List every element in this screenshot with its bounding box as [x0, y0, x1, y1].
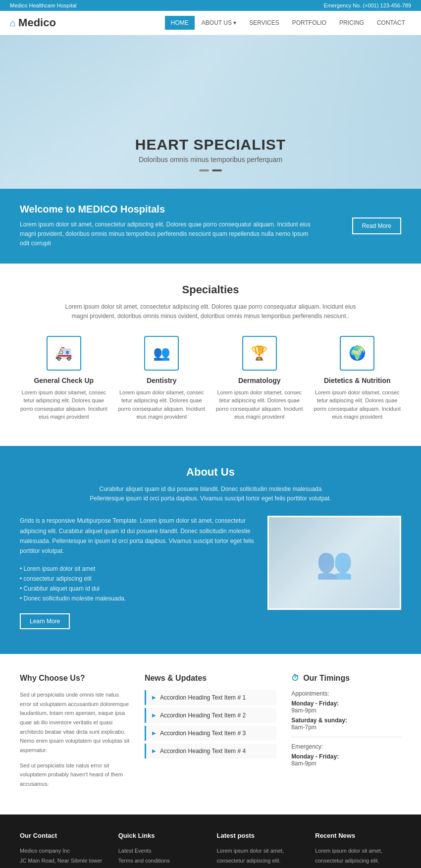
clock-icon: ⏱	[291, 674, 299, 683]
dermatology-title: Dermatology	[215, 377, 304, 384]
navbar: ⌂ Medico HOME ABOUT US ▾ SERVICES PORTFO…	[0, 11, 421, 35]
about-list-item: Donec sollicitudin molestie malesuada.	[20, 594, 255, 603]
specialties-section: Specialties Lorem ipsum dolor sit amet, …	[0, 264, 421, 446]
why-choose-col: Why Choose Us? Sed ut perspiciatis unde …	[20, 674, 130, 795]
nav-contact[interactable]: CONTACT	[371, 16, 411, 30]
accordion-label-2: Accordion Heading Text Item # 2	[160, 712, 246, 719]
logo-text: Medico	[18, 16, 56, 29]
about-image-inner	[269, 517, 400, 608]
welcome-text: Welcome to MEDICO Hospitals Lorem ipsum …	[20, 204, 317, 249]
about-description: Curabitur aliquet quam id dui posuere bl…	[82, 485, 339, 503]
hero-dot-1[interactable]	[199, 169, 209, 171]
why-choose-para1: Sed ut perspiciatis unde omnis iste natu…	[20, 690, 130, 755]
welcome-body: Lorem ipsum dolor sit amet, consectetur …	[20, 220, 317, 249]
accordion-arrow-3: ▶	[152, 730, 156, 736]
nav-pricing[interactable]: PRICING	[333, 16, 370, 30]
footer-news-col: Recent News Lorem ipsum dolor sit amet, …	[315, 832, 401, 868]
specialties-grid: 🚑 General Check Up Lorem ipsum dolor sit…	[20, 336, 401, 421]
logo[interactable]: ⌂ Medico	[10, 16, 56, 29]
specialty-dentistry: 👥 Dentistry Lorem ipsum dolor sitamet, c…	[118, 336, 206, 421]
specialty-dermatology: 🏆 Dermatology Lorem ipsum dolor sitamet,…	[215, 336, 304, 421]
accordion-label-4: Accordion Heading Text Item # 4	[160, 748, 246, 755]
timings-col: ⏱ Our Timings Appointments: Monday - Fri…	[291, 674, 401, 795]
news-title: News & Updates	[145, 674, 276, 683]
footer-grid: Our Contact Medico company Inc JC Main R…	[20, 832, 401, 868]
footer-address: JC Main Road, Near Sibmle tower Pin-2154…	[20, 856, 106, 868]
accordion-arrow-1: ▶	[152, 695, 156, 700]
accordion-arrow-4: ▶	[152, 748, 156, 754]
read-more-button[interactable]: Read More	[352, 217, 401, 234]
specialties-title: Specialties	[20, 283, 401, 296]
about-left: Grids is a responsive Multipurpose Templ…	[20, 516, 255, 629]
top-bar: Medico Healthcare Hospital Emergency No.…	[0, 0, 421, 11]
general-checkup-icon: 🚑	[47, 336, 81, 371]
dietetics-title: Dietetics & Nutrition	[314, 377, 402, 384]
nav-home[interactable]: HOME	[165, 16, 195, 30]
about-list-item: Lorem ipsum dolor sit amet	[20, 564, 255, 574]
dentistry-title: Dentistry	[118, 377, 206, 384]
footer-link-events[interactable]: Latest Events	[118, 846, 205, 856]
welcome-section: Welcome to MEDICO Hospitals Lorem ipsum …	[0, 189, 421, 264]
footer-link-terms[interactable]: Terms and conditions	[118, 856, 205, 866]
footer-contact-title: Our Contact	[20, 832, 106, 839]
about-list-item: Curabitur aliquet quam id dui	[20, 584, 255, 594]
welcome-title: Welcome to MEDICO Hospitals	[20, 204, 317, 215]
about-title: About Us	[20, 466, 401, 479]
hero-content: HEART SPECIALIST Doloribus omnis minus t…	[135, 136, 286, 189]
hero-subtitle: Doloribus omnis minus temporibus perferq…	[135, 156, 286, 163]
about-list: Lorem ipsum dolor sit amet consectetur a…	[20, 564, 255, 603]
accordion-label-1: Accordion Heading Text Item # 1	[160, 694, 246, 701]
emergency-weekday: Monday - Friday: 8am-9pm	[291, 753, 401, 767]
weekday-label: Monday - Friday: 9am-9pm	[291, 700, 401, 714]
accordion-label-3: Accordion Heading Text Item # 3	[160, 730, 246, 737]
footer-contact-col: Our Contact Medico company Inc JC Main R…	[20, 832, 106, 868]
hero-dot-2[interactable]	[212, 169, 222, 171]
dermatology-icon: 🏆	[242, 336, 277, 371]
footer: Our Contact Medico company Inc JC Main R…	[0, 814, 421, 868]
nav-services[interactable]: SERVICES	[243, 16, 285, 30]
accordion-item-4[interactable]: ▶ Accordion Heading Text Item # 4	[145, 744, 276, 759]
about-content: Grids is a responsive Multipurpose Templ…	[20, 516, 401, 629]
timings-title: Our Timings	[303, 674, 350, 683]
accordion-item-3[interactable]: ▶ Accordion Heading Text Item # 3	[145, 726, 276, 741]
hero-dots	[135, 169, 286, 171]
accordion-item-1[interactable]: ▶ Accordion Heading Text Item # 1	[145, 690, 276, 705]
hero-title: HEART SPECIALIST	[135, 136, 286, 153]
news-col: News & Updates ▶ Accordion Heading Text …	[145, 674, 276, 795]
footer-news-body: Lorem ipsum dolor sit amet, consectetur …	[315, 846, 401, 868]
hospital-name: Medico Healthcare Hospital	[10, 2, 77, 8]
footer-company: Medico company Inc	[20, 846, 106, 856]
dentistry-body: Lorem ipsum dolor sitamet, consec tetur …	[118, 388, 206, 421]
footer-posts-body: Lorem ipsum dolor sit amet, consectetur …	[217, 846, 303, 868]
nav-about[interactable]: ABOUT US ▾	[196, 16, 242, 30]
accordion-arrow-2: ▶	[152, 712, 156, 718]
footer-posts-col: Latest posts Lorem ipsum dolor sit amet,…	[217, 832, 303, 868]
dentistry-icon: 👥	[144, 336, 179, 371]
learn-more-button[interactable]: Learn More	[20, 613, 70, 629]
footer-quicklinks-title: Quick Links	[118, 832, 205, 839]
specialty-dietetics: 🌍 Dietetics & Nutrition Lorem ipsum dolo…	[314, 336, 402, 421]
why-choose-title: Why Choose Us?	[20, 674, 130, 683]
general-checkup-body: Lorem ipsum dolor sitamet, consec tetur …	[20, 388, 108, 421]
logo-icon: ⌂	[10, 17, 16, 29]
specialties-description: Lorem ipsum dolor sit amet, consectetur …	[57, 302, 364, 321]
nav-links: HOME ABOUT US ▾ SERVICES PORTFOLIO PRICI…	[165, 16, 411, 30]
dietetics-body: Lorem ipsum dolor sitamet, consec tetur …	[314, 388, 402, 421]
dietetics-icon: 🌍	[340, 336, 374, 371]
specialty-general-checkup: 🚑 General Check Up Lorem ipsum dolor sit…	[20, 336, 108, 421]
footer-news-title: Recent News	[315, 832, 401, 839]
bottom-info-section: Why Choose Us? Sed ut perspiciatis unde …	[0, 654, 421, 814]
about-list-item: consectetur adipiscing elit	[20, 574, 255, 584]
why-choose-para2: Sed ut perspiciatis iste natus error sit…	[20, 761, 130, 789]
about-body: Grids is a responsive Multipurpose Templ…	[20, 516, 255, 556]
footer-link-privacy[interactable]: Privacy policy	[118, 866, 205, 868]
about-section: About Us Curabitur aliquet quam id dui p…	[0, 446, 421, 654]
weekend-label: Saturday & sunday: 8am-7pm	[291, 717, 401, 731]
general-checkup-title: General Check Up	[20, 377, 108, 384]
dermatology-body: Lorem ipsum dolor sitamet, consec tetur …	[215, 388, 304, 421]
appointments-label: Appointments:	[291, 690, 401, 697]
footer-posts-title: Latest posts	[217, 832, 303, 839]
accordion-item-2[interactable]: ▶ Accordion Heading Text Item # 2	[145, 708, 276, 723]
emergency-label: Emergency:	[291, 743, 401, 750]
nav-portfolio[interactable]: PORTFOLIO	[286, 16, 332, 30]
